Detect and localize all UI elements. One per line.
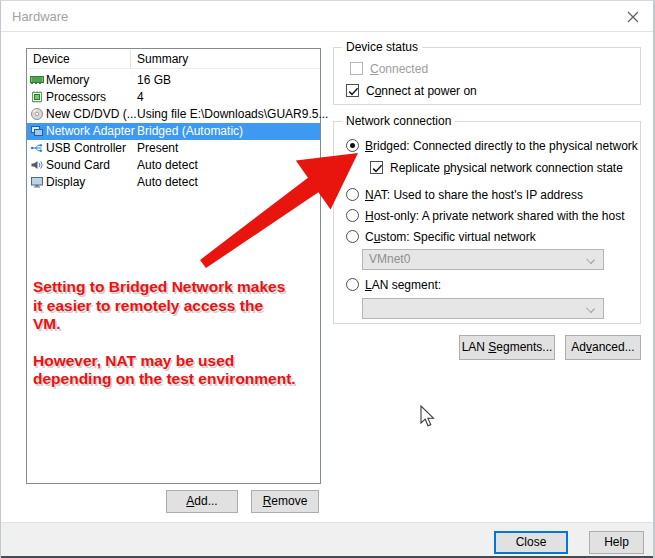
device-row-cd-dvd[interactable]: New CD/DVD (... Using file E:\Downloads\…	[27, 106, 320, 123]
device-summary: 16 GB	[137, 72, 171, 89]
close-icon[interactable]	[625, 9, 641, 25]
host-only-radio[interactable]	[346, 209, 359, 222]
device-list: Device Summary Memory 16 GB Processors 4…	[26, 48, 321, 484]
device-summary: Present	[137, 140, 178, 157]
device-summary: 4	[137, 89, 144, 106]
device-status-group: Device status Connected Connect at power…	[333, 47, 641, 105]
connected-label: Connected	[370, 62, 428, 76]
lan-segment-radio[interactable]	[346, 278, 359, 291]
lan-segment-label: LAN segment:	[365, 278, 441, 292]
device-summary: Auto detect	[137, 174, 198, 191]
annotation-line: However, NAT may be used	[33, 352, 343, 371]
host-only-label: Host-only: A private network shared with…	[365, 209, 624, 223]
network-adapter-icon	[30, 124, 44, 138]
bridged-label: Bridged: Connected directly to the physi…	[365, 139, 638, 153]
device-name: New CD/DVD (...	[46, 106, 137, 123]
annotation-line: VM.	[33, 315, 343, 334]
hardware-dialog: Hardware Device Summary Memory 16 GB Pro…	[0, 0, 655, 558]
lan-segment-dropdown[interactable]	[362, 298, 604, 319]
window-title: Hardware	[12, 9, 68, 24]
device-name: USB Controller	[46, 140, 126, 157]
network-connection-title: Network connection	[342, 114, 455, 128]
remove-button[interactable]: Remove	[251, 490, 319, 513]
connect-at-power-on-checkbox[interactable]	[346, 84, 359, 97]
device-row-processors[interactable]: Processors 4	[27, 89, 320, 106]
annotation-line: depending on the test environment.	[33, 370, 343, 389]
connect-at-power-on-label: Connect at power on	[366, 84, 477, 98]
column-header-summary[interactable]: Summary	[137, 52, 188, 66]
device-list-header[interactable]: Device Summary	[27, 49, 320, 69]
memory-icon	[30, 73, 44, 87]
device-rows: Memory 16 GB Processors 4 New CD/DVD (..…	[27, 72, 320, 191]
device-summary: Bridged (Automatic)	[137, 123, 243, 140]
chevron-down-icon	[586, 255, 595, 264]
chevron-down-icon	[586, 304, 595, 313]
column-separator[interactable]	[130, 50, 131, 68]
device-row-sound-card[interactable]: Sound Card Auto detect	[27, 157, 320, 174]
usb-icon	[30, 141, 44, 155]
cd-dvd-icon	[30, 107, 44, 121]
annotation-paragraph: However, NAT may be used depending on th…	[33, 352, 343, 389]
help-button[interactable]: Help	[589, 531, 644, 554]
replicate-checkbox[interactable]	[370, 161, 383, 174]
custom-label: Custom: Specific virtual network	[365, 230, 536, 244]
advanced-button[interactable]: Advanced...	[565, 335, 641, 360]
network-connection-group: Network connection Bridged: Connected di…	[333, 121, 641, 324]
title-bar: Hardware	[1, 1, 653, 32]
device-row-usb-controller[interactable]: USB Controller Present	[27, 140, 320, 157]
connected-checkbox[interactable]	[350, 62, 363, 75]
dialog-footer: Close Help	[1, 522, 653, 558]
replicate-label: Replicate physical network connection st…	[390, 161, 623, 175]
device-row-display[interactable]: Display Auto detect	[27, 174, 320, 191]
lan-segments-button[interactable]: LAN Segments...	[459, 335, 555, 360]
annotation-line: Setting to Bridged Network makes	[33, 278, 343, 297]
custom-network-dropdown[interactable]: VMnet0	[362, 249, 604, 270]
add-button[interactable]: Add...	[166, 490, 238, 513]
processor-icon	[30, 90, 44, 104]
device-name: Display	[46, 174, 85, 191]
annotation-text: Setting to Bridged Network makes it easi…	[33, 278, 343, 389]
display-icon	[30, 175, 44, 189]
annotation-paragraph: Setting to Bridged Network makes it easi…	[33, 278, 343, 334]
column-header-device[interactable]: Device	[33, 52, 70, 66]
annotation-line: it easier to remotely access the	[33, 297, 343, 316]
device-row-network-adapter[interactable]: Network Adapter Bridged (Automatic)	[27, 123, 320, 140]
device-summary: Auto detect	[137, 157, 198, 174]
nat-radio[interactable]	[346, 188, 359, 201]
device-name: Memory	[46, 72, 89, 89]
device-status-title: Device status	[342, 40, 422, 54]
device-name: Network Adapter	[46, 123, 135, 140]
mouse-cursor-icon	[419, 405, 439, 429]
device-name: Sound Card	[46, 157, 110, 174]
device-name: Processors	[46, 89, 106, 106]
device-row-memory[interactable]: Memory 16 GB	[27, 72, 320, 89]
custom-radio[interactable]	[346, 230, 359, 243]
device-summary: Using file E:\Downloads\GUAR9.5...	[137, 106, 328, 123]
nat-label: NAT: Used to share the host's IP address	[365, 188, 583, 202]
close-button[interactable]: Close	[494, 531, 568, 554]
sound-icon	[30, 158, 44, 172]
bridged-radio[interactable]	[346, 139, 359, 152]
custom-network-value: VMnet0	[369, 252, 410, 266]
